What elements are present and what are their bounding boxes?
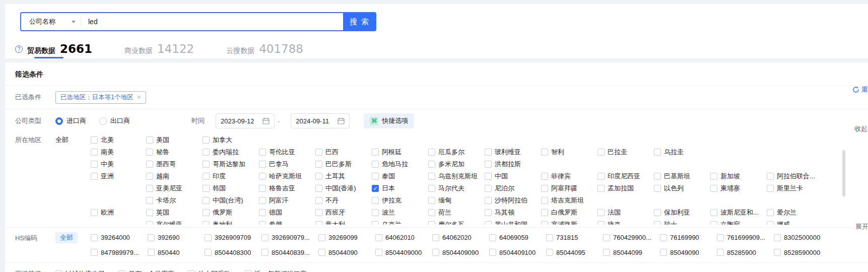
- hs-code-checkbox[interactable]: 64062010: [375, 234, 415, 241]
- country-checkbox[interactable]: 马其顿: [485, 208, 514, 217]
- country-checkbox[interactable]: 阿根廷: [372, 148, 402, 157]
- advanced-filter-checkbox[interactable]: 过滤物流公司: [55, 269, 105, 272]
- country-checkbox[interactable]: 菲律宾: [541, 172, 571, 181]
- country-checkbox[interactable]: 乌拉圭: [654, 148, 684, 157]
- country-checkbox[interactable]: 中国(台湾): [203, 196, 243, 205]
- advanced-filter-checkbox[interactable]: 近一年新增进口商: [244, 269, 307, 272]
- country-checkbox[interactable]: 斯里兰卡: [767, 184, 803, 193]
- country-checkbox[interactable]: 越南: [146, 172, 169, 181]
- country-checkbox[interactable]: 孟加拉国: [597, 184, 634, 193]
- country-checkbox[interactable]: 智利: [541, 148, 564, 157]
- country-checkbox[interactable]: 塔吉克斯坦: [541, 196, 584, 205]
- country-checkbox[interactable]: 瑞士: [654, 220, 677, 225]
- country-checkbox[interactable]: 哥伦比亚: [259, 148, 295, 157]
- country-checkbox[interactable]: 印度尼西亚: [597, 172, 640, 181]
- country-checkbox[interactable]: 德国: [259, 208, 282, 217]
- country-checkbox[interactable]: 巴拿马: [259, 160, 289, 169]
- collapse-link[interactable]: 收起: [854, 124, 867, 133]
- country-checkbox[interactable]: 立陶宛: [710, 220, 740, 225]
- country-checkbox[interactable]: 波兰: [372, 208, 395, 217]
- country-checkbox[interactable]: 卡塔尔: [146, 196, 176, 205]
- country-checkbox[interactable]: 巴西: [315, 148, 339, 157]
- country-checkbox[interactable]: 保加利亚: [654, 208, 690, 217]
- country-checkbox[interactable]: 捷克: [597, 220, 621, 225]
- country-checkbox[interactable]: 伊拉克: [372, 196, 402, 205]
- search-button[interactable]: 搜 索: [343, 12, 376, 31]
- country-checkbox[interactable]: 玻利维亚: [485, 148, 521, 157]
- country-checkbox[interactable]: 缅甸: [428, 196, 451, 205]
- country-checkbox[interactable]: 意大利: [315, 220, 345, 225]
- country-checkbox[interactable]: 阿富汗: [259, 196, 289, 205]
- country-checkbox[interactable]: 奥地利: [203, 220, 232, 225]
- country-checkbox[interactable]: 乌兹别克斯坦: [428, 172, 478, 181]
- country-checkbox[interactable]: 韩国: [203, 184, 226, 193]
- country-checkbox[interactable]: 摩尔多瓦: [428, 220, 464, 225]
- hs-code-checkbox[interactable]: 85044099: [603, 249, 642, 256]
- country-checkbox[interactable]: 挪威: [767, 220, 790, 225]
- country-checkbox[interactable]: 白俄罗斯: [541, 208, 577, 217]
- country-checkbox[interactable]: 以色列: [654, 184, 684, 193]
- hs-code-checkbox[interactable]: 8504409000: [375, 249, 422, 256]
- hs-code-checkbox[interactable]: 85044090: [318, 249, 358, 256]
- hs-code-checkbox[interactable]: 8504409090: [432, 249, 479, 256]
- quick-options-button[interactable]: ⌘ 快捷选项: [364, 113, 414, 128]
- country-checkbox[interactable]: 格鲁吉亚: [259, 184, 295, 193]
- hs-code-checkbox[interactable]: 760429900...: [603, 234, 651, 241]
- tab-云搜数据[interactable]: 云搜数据401788: [226, 42, 303, 55]
- country-checkbox[interactable]: 美国: [146, 135, 169, 145]
- advanced-filter-checkbox[interactable]: 只有一个供应商: [118, 269, 174, 272]
- region-checkbox[interactable]: 中美: [91, 160, 114, 169]
- country-checkbox[interactable]: 柬埔寨: [710, 184, 740, 193]
- radio-进口商[interactable]: 进口商: [55, 116, 86, 125]
- country-checkbox[interactable]: 法国: [597, 208, 621, 217]
- country-checkbox[interactable]: 阿拉伯联合...: [767, 172, 815, 181]
- country-checkbox[interactable]: 多米尼加: [428, 160, 464, 169]
- hs-all-link[interactable]: 全部: [55, 232, 78, 243]
- country-checkbox[interactable]: 尼泊尔: [485, 184, 514, 193]
- country-checkbox[interactable]: 危地马拉: [372, 160, 408, 169]
- country-checkbox[interactable]: 巴基斯坦: [654, 172, 690, 181]
- country-checkbox[interactable]: 巴巴多斯: [315, 160, 352, 169]
- country-checkbox[interactable]: 亚美尼亚: [146, 184, 182, 193]
- country-checkbox[interactable]: 加拿大: [203, 135, 232, 145]
- country-checkbox[interactable]: 印度: [203, 172, 226, 181]
- hs-code-checkbox[interactable]: 85285900: [717, 249, 756, 256]
- region-checkbox[interactable]: 南美: [91, 148, 114, 157]
- hs-code-checkbox[interactable]: 8302500000: [774, 234, 820, 241]
- tab-商业数据[interactable]: 商业数据14122: [124, 42, 194, 55]
- country-checkbox[interactable]: 洪都拉斯: [485, 160, 521, 169]
- search-category-select[interactable]: 公司名称: [21, 13, 81, 30]
- hs-code-checkbox[interactable]: 8504408300: [205, 249, 251, 256]
- start-date-input[interactable]: 2023-09-12: [216, 113, 275, 128]
- region-checkbox[interactable]: 亚洲: [91, 172, 114, 181]
- hs-code-checkbox[interactable]: 3926909709: [205, 234, 251, 241]
- country-checkbox[interactable]: 哥斯达黎加: [203, 160, 245, 169]
- region-all-link[interactable]: 全部: [55, 134, 91, 146]
- country-checkbox[interactable]: 黑山共和国: [485, 220, 527, 225]
- region-scrollbar-thumb[interactable]: [842, 150, 845, 196]
- country-checkbox[interactable]: 波斯尼亚和...: [710, 208, 759, 217]
- country-checkbox[interactable]: 厄瓜多尔: [428, 148, 464, 157]
- hs-code-checkbox[interactable]: 64062020: [432, 234, 472, 241]
- hs-code-checkbox[interactable]: 8504409100: [489, 249, 536, 256]
- country-checkbox[interactable]: 西班牙: [315, 208, 345, 217]
- country-checkbox[interactable]: 俄罗斯: [203, 208, 232, 217]
- hs-code-checkbox[interactable]: 8528590000: [774, 249, 820, 256]
- country-checkbox[interactable]: ✓日本: [372, 184, 395, 193]
- country-checkbox[interactable]: 中国(香港): [315, 184, 356, 193]
- country-checkbox[interactable]: 哈萨克斯坦: [259, 172, 302, 181]
- advanced-filter-checkbox[interactable]: 从中国采购: [188, 269, 231, 272]
- hs-code-checkbox[interactable]: 392690: [148, 234, 179, 241]
- hs-code-checkbox[interactable]: 76169990: [660, 234, 699, 241]
- country-checkbox[interactable]: 乌克兰: [372, 220, 402, 225]
- radio-出口商[interactable]: 出口商: [99, 116, 130, 125]
- country-checkbox[interactable]: 塞尔维亚: [146, 220, 182, 225]
- country-checkbox[interactable]: 委内瑞拉: [203, 148, 239, 157]
- hs-code-checkbox[interactable]: 39264000: [91, 234, 130, 241]
- end-date-input[interactable]: 2024-09-11: [291, 113, 350, 128]
- region-checkbox[interactable]: 欧洲: [91, 208, 114, 217]
- close-icon[interactable]: ×: [137, 94, 141, 101]
- search-input[interactable]: [81, 13, 343, 30]
- hs-code-checkbox[interactable]: 850440839...: [261, 249, 310, 256]
- hs-code-checkbox[interactable]: 39269099: [318, 234, 358, 241]
